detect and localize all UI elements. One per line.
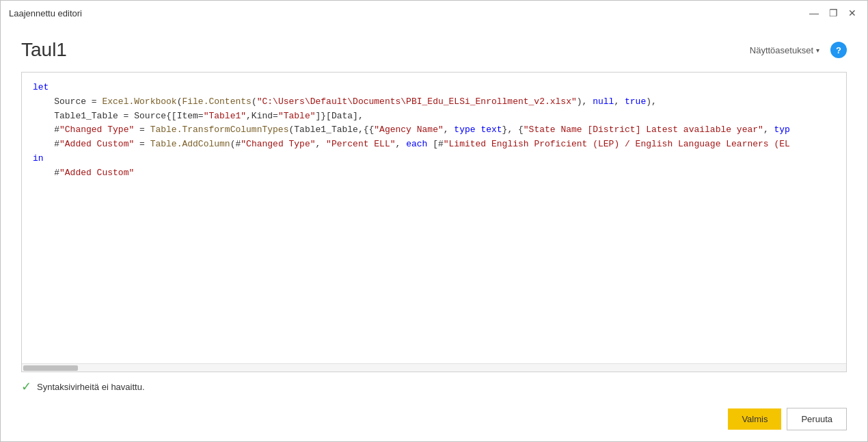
horizontal-scrollbar[interactable] (22, 363, 846, 372)
cancel-button[interactable]: Peruuta (787, 408, 847, 430)
close-button[interactable]: ✕ (845, 6, 859, 20)
restore-button[interactable]: ❐ (826, 6, 840, 20)
footer: Valmis Peruuta (1, 401, 867, 441)
chevron-down-icon: ▾ (816, 47, 819, 54)
title-bar: Laajennettu editori — ❐ ✕ (1, 1, 867, 25)
status-message: Syntaksivirheitä ei havaittu. (37, 382, 145, 392)
content-area: Taul1 Näyttöasetukset ▾ ? let Source = E… (1, 25, 867, 401)
check-icon: ✓ (21, 379, 31, 394)
code-editor-container: let Source = Excel.Workbook(File.Content… (21, 72, 847, 372)
display-settings-button[interactable]: Näyttöasetukset ▾ (744, 42, 825, 58)
header-right: Näyttöasetukset ▾ ? (744, 42, 847, 58)
dialog: Laajennettu editori — ❐ ✕ Taul1 Näyttöas… (0, 0, 868, 442)
help-button[interactable]: ? (830, 42, 847, 58)
page-title: Taul1 (21, 39, 67, 61)
scrollbar-thumb-horizontal[interactable] (23, 365, 78, 371)
ok-button[interactable]: Valmis (728, 408, 781, 430)
page-header: Taul1 Näyttöasetukset ▾ ? (21, 39, 847, 61)
dialog-title: Laajennettu editori (9, 8, 82, 18)
status-bar: ✓ Syntaksivirheitä ei havaittu. (21, 372, 847, 401)
window-controls: — ❐ ✕ (807, 6, 859, 20)
code-editor[interactable]: let Source = Excel.Workbook(File.Content… (22, 73, 846, 363)
display-settings-label: Näyttöasetukset (750, 45, 813, 55)
minimize-button[interactable]: — (807, 6, 821, 20)
